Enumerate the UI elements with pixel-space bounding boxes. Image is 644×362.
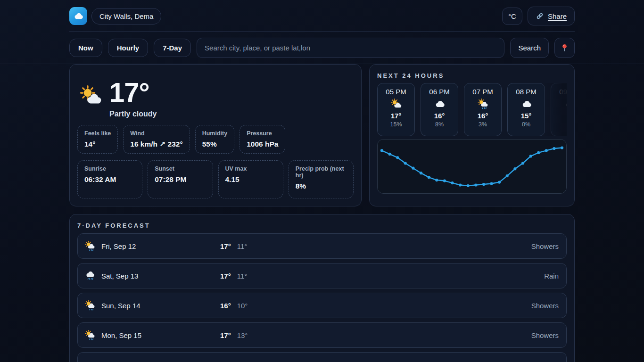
stat-value: 07:28 PM xyxy=(155,175,206,184)
day-row[interactable]: Sun, Sep 14 16° 10° Showers xyxy=(77,293,567,318)
locate-button[interactable] xyxy=(554,38,575,58)
sun-rain-icon xyxy=(477,98,489,110)
day-condition: Rain xyxy=(544,272,559,280)
stat-label: Pressure xyxy=(247,130,278,137)
day-label: Fri, Sep 12 xyxy=(101,242,220,250)
day-low-temp: 13° xyxy=(237,331,248,339)
stat-label: Feels like xyxy=(84,130,111,137)
day-row-partial[interactable] xyxy=(77,352,567,362)
hour-time: 08 PM xyxy=(516,88,536,96)
hour-temp: 16° xyxy=(434,112,445,120)
day-list: Fri, Sep 12 17° 11° Showers Sat, Sep 13 … xyxy=(77,233,567,362)
stat-chip: UV max 4.15 xyxy=(218,160,283,198)
hour-precip: 3% xyxy=(479,121,487,128)
hour-precip: 8% xyxy=(435,121,444,128)
unit-toggle-button[interactable]: °C xyxy=(502,8,522,25)
tab-now[interactable]: Now xyxy=(69,39,102,57)
stat-value: 1006 hPa xyxy=(247,140,278,148)
location-chip[interactable]: City Walls, Dema xyxy=(91,8,161,25)
day-condition: Showers xyxy=(531,331,559,339)
stat-chip: Wind 16 km/h ↗ 232° xyxy=(123,125,190,154)
sun-cloud-icon xyxy=(390,98,402,110)
hour-temp: 17° xyxy=(391,112,402,120)
hour-time: 09 PM xyxy=(559,88,567,96)
pin-icon xyxy=(560,43,569,52)
search-input[interactable] xyxy=(197,38,504,58)
sun-rain-icon xyxy=(84,240,96,252)
hour-time: 05 PM xyxy=(386,88,406,96)
stat-value: 14° xyxy=(84,140,111,148)
stat-label: Wind xyxy=(130,130,182,137)
stats-row-1: Feels like 14° Wind 16 km/h ↗ 232° Humid… xyxy=(77,125,354,154)
day-label: Mon, Sep 15 xyxy=(101,331,220,339)
day-condition: Showers xyxy=(531,302,559,310)
day-high-temp: 17° xyxy=(220,331,231,339)
hour-temp: 16° xyxy=(478,112,488,120)
day-high-temp: 17° xyxy=(220,242,231,250)
hour-card: 05 PM 17° 15% xyxy=(377,83,415,136)
stat-value: 16 km/h ↗ 232° xyxy=(130,140,182,148)
stat-chip: Sunrise 06:32 AM xyxy=(77,160,142,198)
day-condition: Showers xyxy=(531,242,559,250)
hour-time: 07 PM xyxy=(472,88,493,96)
stat-chip: Precip prob (next hr) 8% xyxy=(289,160,354,198)
stat-value: 55% xyxy=(202,140,227,148)
app-header: City Walls, Dema °C Share xyxy=(0,0,644,38)
stat-chip: Sunset 07:28 PM xyxy=(148,160,213,198)
hour-card: 08 PM 15° 0% xyxy=(507,83,545,136)
sun-rain-icon xyxy=(84,300,96,311)
partly-cloudy-icon xyxy=(79,84,103,108)
next-24-hours-title: NEXT 24 HOURS xyxy=(377,72,567,79)
app-logo xyxy=(69,7,87,25)
stat-value: 06:32 AM xyxy=(84,175,135,184)
stat-value: 4.15 xyxy=(225,175,276,184)
hour-card: 06 PM 16° 8% xyxy=(421,83,458,136)
stat-label: Sunset xyxy=(155,165,206,172)
tab-hourly[interactable]: Hourly xyxy=(108,39,149,57)
search-button[interactable]: Search xyxy=(510,38,549,58)
hour-precip: 15% xyxy=(390,121,402,128)
cloud-icon xyxy=(434,98,446,110)
hour-precip: 0% xyxy=(522,121,530,128)
share-label: Share xyxy=(548,12,567,20)
stat-chip: Feels like 14° xyxy=(77,125,118,154)
stat-chip: Pressure 1006 hPa xyxy=(239,125,285,154)
stat-label: UV max xyxy=(225,165,276,172)
day-row[interactable]: Fri, Sep 12 17° 11° Showers xyxy=(77,233,567,259)
hour-card: 07 PM 16° 3% xyxy=(464,83,502,136)
stat-label: Humidity xyxy=(202,130,227,137)
seven-day-forecast-card: 7-DAY FORECAST Fri, Sep 12 17° 11° Showe… xyxy=(69,214,575,362)
day-label: Sat, Sep 13 xyxy=(101,272,220,280)
stat-label: Sunrise xyxy=(84,165,135,172)
hourly-scroller[interactable]: 05 PM 17° 15% 06 PM 16° 8% 07 PM 16° 3% … xyxy=(377,83,567,136)
temperature-chart xyxy=(377,139,567,194)
cloud-icon xyxy=(564,98,567,110)
stat-value: 8% xyxy=(296,182,347,190)
hour-time: 06 PM xyxy=(429,88,449,96)
day-row[interactable]: Mon, Sep 15 17° 13° Showers xyxy=(77,322,567,348)
day-low-temp: 11° xyxy=(237,272,248,280)
cloud-icon xyxy=(73,10,84,22)
rain-icon xyxy=(84,270,96,281)
seven-day-forecast-title: 7-DAY FORECAST xyxy=(77,222,567,229)
share-button[interactable]: Share xyxy=(528,7,575,25)
stat-label: Precip prob (next hr) xyxy=(296,165,347,179)
stats-row-2: Sunrise 06:32 AM Sunset 07:28 PM UV max … xyxy=(77,160,354,198)
day-low-temp: 10° xyxy=(237,302,248,310)
stat-chip: Humidity 55% xyxy=(195,125,234,154)
current-condition: Partly cloudy xyxy=(109,110,157,118)
toolbar: Now Hourly 7-Day Search xyxy=(0,38,644,64)
current-temp: 17° xyxy=(109,79,157,106)
tab-7day[interactable]: 7-Day xyxy=(154,39,191,57)
day-high-temp: 17° xyxy=(220,272,231,280)
day-label: Sun, Sep 14 xyxy=(101,302,220,310)
day-low-temp: 11° xyxy=(237,242,248,250)
link-icon xyxy=(536,12,544,20)
sun-rain-icon xyxy=(84,329,96,341)
day-row[interactable]: Sat, Sep 13 17° 11° Rain xyxy=(77,263,567,288)
hour-card: 09 PM xyxy=(551,83,567,136)
day-high-temp: 16° xyxy=(220,302,231,310)
cloud-icon xyxy=(520,98,532,110)
current-conditions-card: 17° Partly cloudy Feels like 14° Wind 16… xyxy=(69,64,362,206)
next-24-hours-card: NEXT 24 HOURS 05 PM 17° 15% 06 PM 16° 8%… xyxy=(369,64,575,206)
